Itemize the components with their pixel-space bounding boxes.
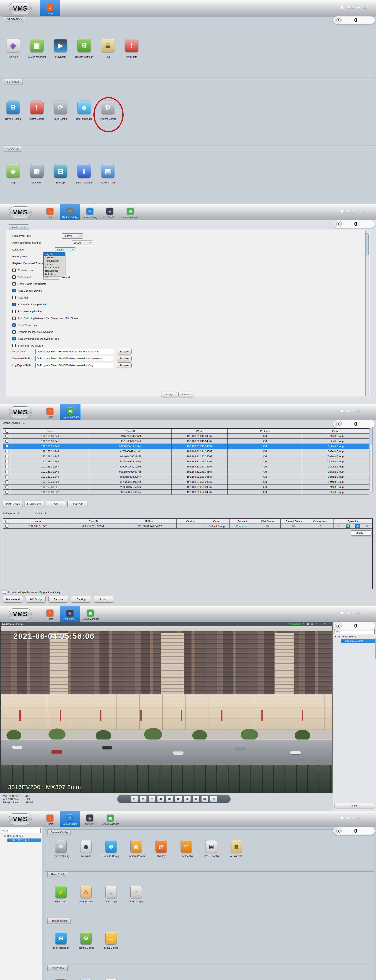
layout-button[interactable]: ▩ — [175, 796, 182, 802]
edit-icon[interactable]: ✎ — [336, 524, 340, 528]
column-header[interactable]: IP/Port — [171, 429, 228, 433]
action-button[interactable]: Manual Add — [3, 596, 23, 603]
layout-button[interactable]: ◧ — [157, 796, 164, 802]
layout-button[interactable]: 64 — [201, 796, 208, 802]
app-icon-item[interactable]: ▤ Record Plan — [96, 164, 120, 185]
app-icon-item[interactable]: ▶ Playback — [49, 38, 72, 59]
app-icon-item[interactable]: ⚙ Device Config — [1, 100, 25, 121]
checkbox[interactable] — [5, 434, 8, 438]
encode-icon[interactable]: ▦ — [346, 525, 350, 528]
row-checkbox-cell[interactable] — [3, 474, 11, 479]
browse-button[interactable]: Browse — [117, 349, 132, 354]
device-row[interactable]: 192.168.31.250 1170888133ffa819 192.168.… — [3, 479, 369, 485]
alarm-notification-pill[interactable]: 0 — [333, 622, 375, 630]
layout-button[interactable]: 25 — [184, 796, 191, 802]
checkbox[interactable]: ✓ — [12, 323, 16, 327]
tree-device-row[interactable]: ◉ 192.168.31.242 — [341, 639, 376, 643]
config-icon-item[interactable]: ⚡ Smart alert — [48, 886, 73, 904]
close-icon[interactable]: × — [369, 611, 373, 615]
minimize-icon[interactable]: — — [356, 409, 360, 413]
alarm-notification-pill[interactable]: 0 — [333, 420, 375, 428]
column-header[interactable]: Connect — [230, 519, 255, 523]
layout-button[interactable]: ⊡ — [210, 796, 217, 802]
app-icon-item[interactable]: ▣ Device Manager — [25, 38, 49, 59]
tree-group-row[interactable]: ▼ ▤ Default Group — [1, 835, 23, 837]
layout-button[interactable]: ⊞ — [140, 796, 147, 802]
checkbox[interactable] — [5, 455, 8, 458]
column-header[interactable]: Operation — [334, 519, 372, 523]
row-checkbox-cell[interactable] — [3, 439, 11, 444]
restore-icon[interactable]: ❐ — [363, 5, 367, 9]
device-row[interactable]: 192.168.31.248 98c27b7de3cca785 192.168.… — [3, 469, 369, 474]
config-icon-item[interactable]: ◉ Camera Param — [124, 840, 149, 858]
config-icon-item[interactable]: ▤ UART Config — [199, 840, 224, 858]
language-option[interactable]: English — [44, 253, 65, 256]
tab[interactable]: ◉ Live View(1) — [80, 811, 100, 827]
restore-icon[interactable]: ❐ — [363, 209, 367, 213]
tab[interactable]: ✎ Device Config — [80, 204, 100, 220]
action-button[interactable]: Add Group — [25, 596, 46, 603]
checkbox[interactable]: ✓ — [12, 289, 16, 293]
app-icon-item[interactable]: ◈ Map — [1, 164, 25, 185]
search-button[interactable]: Add — [46, 501, 66, 507]
browse-button[interactable]: Browse — [117, 363, 132, 368]
tab[interactable]: ✎ Device Config — [60, 811, 80, 827]
column-header[interactable]: IP/Port — [122, 519, 177, 523]
skin-icon[interactable] — [340, 612, 344, 614]
close-icon[interactable]: × — [369, 816, 373, 820]
about-button[interactable]: About — [346, 409, 354, 413]
select-all-checkbox-cell[interactable] — [3, 519, 11, 523]
checkbox[interactable]: ✓ — [12, 269, 16, 272]
chevron-down-icon[interactable]: ▼ — [302, 623, 305, 625]
config-icon-item[interactable]: ⚙ System Config — [48, 840, 73, 858]
restore-icon[interactable]: ❐ — [363, 409, 367, 413]
row-checkbox-cell[interactable] — [3, 469, 11, 474]
app-icon-item[interactable]: ≣ Log — [96, 38, 120, 59]
tab[interactable]: ▣ Device Manager — [100, 811, 121, 827]
modify-ip-icon[interactable]: IP — [355, 524, 360, 528]
about-button[interactable]: About — [346, 210, 354, 213]
device-row[interactable]: 192.168.31.244 4cf68e0e2fb4cb8f 192.168.… — [3, 449, 369, 454]
search-button[interactable]: Cloud Add — [67, 501, 87, 507]
row-checkbox-cell[interactable] — [3, 454, 11, 459]
config-icon-item[interactable]: ⚙ Record Config — [73, 932, 98, 950]
app-icon-item[interactable]: ⊟ Backup — [49, 164, 72, 185]
alarm-notification-pill[interactable]: 0 — [333, 827, 375, 835]
tree-group-row[interactable]: ▼ ▤ Default Group — [335, 635, 356, 638]
app-icon-item[interactable]: ! Alarm Config — [25, 100, 49, 121]
checkbox[interactable] — [5, 465, 8, 468]
minimize-icon[interactable]: — — [356, 611, 360, 615]
column-header[interactable]: Connections — [307, 519, 334, 523]
config-icon-item[interactable]: ↓ Alarm Input — [98, 886, 124, 904]
alarm-notification-pill[interactable]: 0 — [333, 16, 375, 24]
apply-button[interactable]: Apply — [161, 391, 177, 397]
language-option[interactable]: TradChinese — [44, 269, 65, 272]
minimize-icon[interactable]: — — [356, 6, 360, 9]
tab[interactable]: ▣ Device Manager — [60, 404, 81, 420]
layout-button[interactable]: ◫ — [148, 796, 155, 802]
row-checkbox-cell[interactable] — [3, 434, 11, 439]
snapshot-icon[interactable]: ◉ — [310, 623, 314, 625]
tree-device-row[interactable]: ◉ 192.168.31.242 — [8, 838, 41, 842]
row-checkbox-cell[interactable] — [3, 490, 11, 495]
device-row[interactable]: 192.168.31.249 ac87da9e3fa32f47 192.168.… — [3, 474, 369, 479]
column-header[interactable]: Version — [177, 519, 204, 523]
language-select[interactable]: English ▼ — [55, 247, 75, 252]
default-button[interactable]: Default — [178, 391, 194, 397]
tab[interactable]: ⌂ Home — [40, 404, 60, 420]
path-input[interactable] — [35, 356, 113, 361]
tab[interactable]: ◉ Live View(1) — [60, 606, 80, 622]
checkbox[interactable] — [5, 480, 8, 483]
video-cell[interactable]: 192.168.31.242_CH01 Auto Adjust ▼ ▣ ◉ ∩ … — [0, 622, 333, 794]
layout-button[interactable]: ▦ — [166, 796, 173, 802]
config-icon-item[interactable]: ◠ PTZ Config — [174, 840, 199, 858]
checkbox[interactable] — [5, 440, 8, 442]
path-input[interactable] — [35, 363, 113, 368]
app-icon-item[interactable]: ▦ Decoder — [25, 164, 49, 185]
checkbox[interactable] — [5, 430, 8, 433]
app-icon-item[interactable]: ◉ Live View — [1, 38, 25, 59]
select-all-checkbox-cell[interactable] — [3, 429, 11, 433]
auto-adjust-label[interactable]: Auto Adjust — [289, 623, 301, 625]
minimize-icon[interactable]: — — [356, 210, 360, 213]
config-icon-item[interactable]: ★ More — [98, 978, 124, 980]
